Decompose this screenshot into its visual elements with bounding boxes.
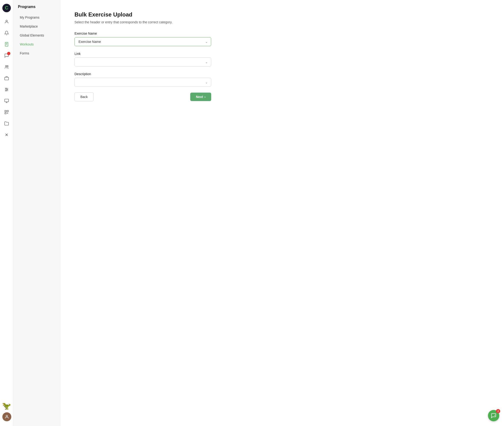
svg-point-2: [6, 20, 7, 22]
link-label: Link: [74, 52, 211, 56]
apps-add-icon[interactable]: [2, 107, 11, 117]
chat-badge-count: 2: [496, 409, 500, 413]
nav-section-title: Programs: [13, 5, 60, 13]
sidebar-item-my-programs[interactable]: My Programs: [15, 13, 58, 22]
svg-point-26: [6, 415, 8, 417]
app-logo[interactable]: C: [2, 4, 11, 12]
mascot-widget[interactable]: 🦖: [1, 401, 12, 411]
page-subtitle: Select the header or entry that correspo…: [74, 20, 490, 24]
svg-rect-9: [5, 77, 8, 80]
nav-sidebar: Programs My Programs Marketplace Global …: [13, 0, 60, 426]
folder-icon[interactable]: [2, 119, 11, 128]
button-row: Back Next ›: [74, 92, 211, 101]
bag-icon[interactable]: [2, 73, 11, 83]
next-label: Next: [196, 95, 203, 99]
icon-sidebar: C: [0, 0, 13, 426]
svg-point-15: [5, 90, 6, 91]
exercise-name-select[interactable]: Exercise Name: [74, 37, 211, 46]
sidebar-item-marketplace[interactable]: Marketplace: [15, 22, 58, 31]
exercise-name-group: Exercise Name Exercise Name ⌄: [74, 32, 211, 46]
next-arrow-icon: ›: [204, 95, 206, 99]
sidebar-item-workouts[interactable]: Workouts: [15, 40, 58, 49]
link-select-wrapper: ⌄: [74, 57, 211, 66]
exercise-name-label: Exercise Name: [74, 32, 211, 35]
svg-point-14: [7, 89, 7, 90]
sidebar-item-forms[interactable]: Forms: [15, 49, 58, 57]
next-button[interactable]: Next ›: [190, 92, 211, 101]
svg-rect-16: [5, 99, 8, 102]
svg-rect-19: [5, 111, 6, 112]
link-select[interactable]: [74, 57, 211, 66]
exercise-name-select-wrapper: Exercise Name ⌄: [74, 37, 211, 46]
monitor-icon[interactable]: [2, 96, 11, 106]
user-avatar[interactable]: [2, 412, 11, 421]
description-select[interactable]: [74, 78, 211, 87]
sidebar-item-global-elements[interactable]: Global Elements: [15, 31, 58, 40]
chat-widget[interactable]: 2: [488, 410, 499, 421]
user-icon[interactable]: [2, 17, 11, 26]
link-group: Link ⌄: [74, 52, 211, 66]
svg-text:C: C: [5, 5, 8, 10]
chat-icon[interactable]: [2, 51, 11, 60]
description-label: Description: [74, 72, 211, 76]
main-content: Bulk Exercise Upload Select the header o…: [60, 0, 504, 426]
description-group: Description ⌄: [74, 72, 211, 87]
description-select-wrapper: ⌄: [74, 78, 211, 87]
chat-badge: [7, 52, 10, 55]
page-title: Bulk Exercise Upload: [74, 11, 490, 18]
group-icon[interactable]: [2, 62, 11, 72]
svg-point-13: [5, 88, 6, 89]
svg-rect-20: [7, 111, 8, 112]
document-icon[interactable]: [2, 40, 11, 49]
svg-rect-21: [5, 113, 6, 114]
back-button[interactable]: Back: [74, 92, 94, 101]
sliders-icon[interactable]: [2, 85, 11, 94]
svg-point-7: [5, 65, 7, 67]
close-icon[interactable]: [2, 130, 11, 140]
bell-icon[interactable]: [2, 28, 11, 38]
svg-point-8: [7, 65, 8, 67]
